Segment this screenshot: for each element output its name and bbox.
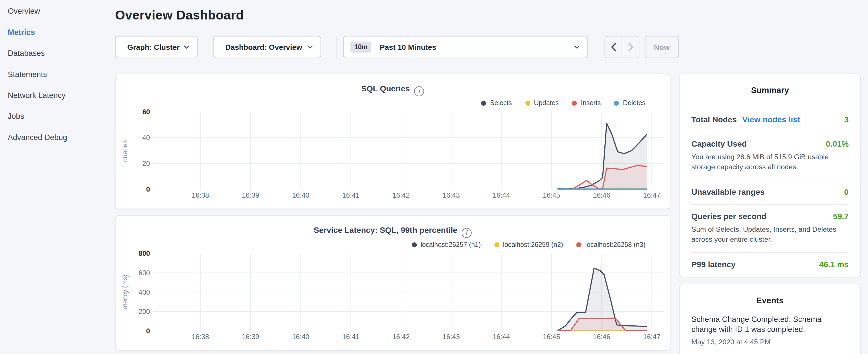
chevron-right-icon [628,43,633,51]
time-range-badge: 10m [350,41,371,53]
graph-dropdown-label: Graph: Cluster [127,43,180,51]
sidebar-item-metrics[interactable]: Metrics [0,22,111,42]
y-axis-label: queries [121,140,129,162]
x-tick-label: 16:44 [493,333,510,341]
chevron-down-icon [307,45,313,49]
sidebar-item-databases[interactable]: Databases [0,43,111,64]
x-tick-label: 16:42 [392,333,409,341]
dashboard-dropdown-label: Dashboard: Overview [225,43,302,51]
page-title: Overview Dashboard [115,8,244,23]
x-tick-label: 16:43 [442,191,460,199]
sidebar-item-overview[interactable]: Overview [0,1,111,22]
summary-row-line: P99 latency46.1 ms [691,260,849,269]
event-text: Schema Change Completed: Schema change w… [691,315,849,334]
summary-row-value: 3 [844,115,849,124]
events-title: Events [691,296,849,305]
summary-row-label: Total Nodes [691,115,737,124]
y-tick-label: 400 [138,288,150,296]
y-tick-label: 40 [143,134,150,141]
next-time-button[interactable] [622,36,639,57]
sidebar-item-statements[interactable]: Statements [0,64,111,85]
x-tick-label: 16:40 [292,333,309,341]
summary-row: Capacity Used0.01%You are using 28.6 MiB… [691,132,849,180]
summary-row-subtext: Sum of Selects, Updates, Inserts, and De… [691,225,849,245]
chart-plot: 020406016:3816:3916:4016:4116:4216:4316:… [116,74,671,210]
summary-title: Summary [691,85,849,95]
y-tick-label: 600 [138,269,150,277]
sidebar-item-advanced-debug[interactable]: Advanced Debug [0,127,111,148]
summary-row-label: Capacity Used [691,139,747,148]
x-tick-label: 16:41 [342,191,359,199]
page: OverviewMetricsDatabasesStatementsNetwor… [0,0,868,354]
x-tick-label: 16:47 [643,191,660,199]
x-tick-label: 16:38 [192,333,209,341]
summary-row-line: Unavailable ranges0 [691,188,849,196]
event-timestamp: May 13, 2020 at 4:45 PM [691,337,849,346]
toolbar-divider [336,36,337,58]
chevron-down-icon [574,45,580,49]
y-tick-label: 20 [143,160,150,167]
y-tick-label: 0 [146,185,150,193]
summary-row-value: 0.01% [826,139,848,148]
x-tick-label: 16:46 [593,191,610,199]
x-tick-label: 16:39 [242,333,259,341]
time-range-dropdown[interactable]: 10m Past 10 Minutes [343,36,588,58]
x-tick-label: 16:39 [242,191,259,199]
summary-row-value: 0 [844,188,849,196]
service-latency-chart-card: Service Latency: SQL, 99th percentilei l… [115,215,671,351]
summary-row-line: Total NodesView nodes list3 [691,115,849,124]
sql-queries-chart-card: SQL Queriesi SelectsUpdatesInsertsDelete… [115,74,671,209]
x-tick-label: 16:44 [493,191,510,199]
event-item[interactable]: Schema Change Completed: Schema change w… [691,315,849,346]
y-tick-label: 200 [138,308,150,315]
now-button[interactable]: Now [645,36,679,58]
summary-row: Queries per second59.7Sum of Selects, Up… [691,204,849,252]
chevron-left-icon [611,43,616,51]
summary-row-label: P99 latency [691,260,736,269]
dashboard-dropdown[interactable]: Dashboard: Overview [213,36,321,58]
prev-time-button[interactable] [605,36,622,57]
x-tick-label: 16:42 [392,191,409,199]
x-tick-label: 16:45 [543,333,560,341]
view-nodes-link[interactable]: View nodes list [742,115,800,124]
summary-rows: Total NodesView nodes list3Capacity Used… [691,108,849,277]
events-list: Schema Change Completed: Schema change w… [691,315,849,346]
time-step-group [604,36,639,58]
x-tick-label: 16:40 [292,191,309,199]
summary-row-label: Unavailable ranges [691,188,765,196]
summary-row: Total NodesView nodes list3 [691,108,849,132]
summary-row-subtext: You are using 28.6 MiB of 515.9 GiB usab… [691,152,849,172]
sidebar: OverviewMetricsDatabasesStatementsNetwor… [0,0,111,354]
x-tick-label: 16:47 [643,333,660,341]
summary-row-line: Capacity Used0.01% [691,139,849,148]
sidebar-item-jobs[interactable]: Jobs [0,106,111,127]
summary-row: Unavailable ranges0 [691,180,849,204]
x-tick-label: 16:45 [543,191,560,199]
chart-plot: 020040060080016:3816:3916:4016:4116:4216… [116,216,671,351]
graph-dropdown[interactable]: Graph: Cluster [115,36,198,58]
summary-panel: Summary Total NodesView nodes list3Capac… [679,74,861,277]
summary-row-value: 46.1 ms [819,260,849,269]
chevron-down-icon [184,45,189,49]
x-tick-label: 16:38 [192,191,209,199]
sidebar-item-network-latency[interactable]: Network Latency [0,85,111,106]
y-tick-label: 60 [143,108,150,116]
summary-row-label: Queries per second [691,212,767,221]
y-tick-label: 0 [146,327,150,335]
x-tick-label: 16:41 [342,333,359,341]
summary-row: P99 latency46.1 ms [691,252,849,277]
x-tick-label: 16:43 [442,333,460,341]
events-panel: Events Schema Change Completed: Schema c… [679,284,861,354]
summary-row-value: 59.7 [833,212,849,221]
summary-row-line: Queries per second59.7 [691,212,849,221]
x-tick-label: 16:46 [593,333,610,341]
y-axis-label: latency (ms) [121,275,129,311]
y-tick-label: 800 [138,250,150,257]
time-range-label: Past 10 Minutes [380,43,574,51]
